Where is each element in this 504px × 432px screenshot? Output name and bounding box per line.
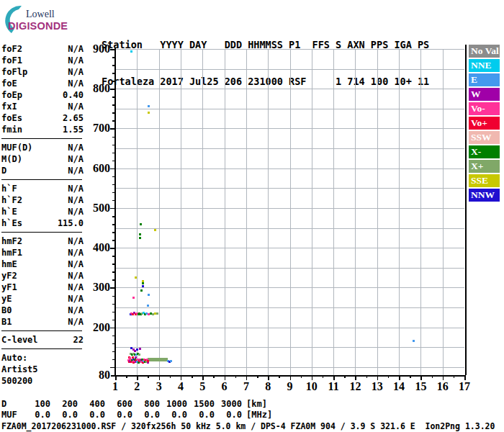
- y-axis-tick: [110, 49, 115, 50]
- x-axis-label: 11: [323, 380, 344, 393]
- parameter-row: foEs2.65: [1, 112, 84, 124]
- parameter-row: DN/A: [1, 165, 84, 176]
- x-axis-label: 6: [214, 380, 235, 393]
- ionogram-screen: { "logo": { "top": "Lowell", "bottom": "…: [0, 0, 504, 432]
- logo-digisonde-text: DIGISONDE: [8, 20, 68, 32]
- y-axis-label: 500: [81, 202, 110, 215]
- gridline-vertical: [225, 49, 225, 375]
- echo-point: [154, 229, 156, 231]
- muf-value: 0.0: [78, 410, 105, 420]
- echo-direction-legend: No ValNNEEWVo-Vo+SSWX-X+SSENNW: [469, 45, 500, 203]
- muf-value: 0.0: [132, 410, 160, 420]
- distance-value: 600: [105, 399, 132, 410]
- distance-value: 1000: [160, 399, 187, 410]
- parameter-label: h`Es: [1, 217, 22, 229]
- y-axis-tick: [110, 168, 115, 170]
- x-axis-tick: [333, 375, 335, 380]
- y-axis-label: 200: [81, 321, 110, 334]
- echo-point: [136, 348, 138, 351]
- echo-point: [135, 356, 137, 359]
- y-axis-minor-tick: [112, 153, 115, 154]
- gridline-vertical: [202, 49, 203, 375]
- echo-point: [140, 223, 142, 225]
- parameter-label: hmF2: [1, 235, 22, 247]
- y-axis-tick: [110, 128, 115, 130]
- y-axis-minor-tick: [112, 296, 115, 297]
- echo-point: [142, 285, 144, 287]
- y-axis-minor-tick: [112, 65, 115, 66]
- x-axis-tick: [246, 375, 248, 380]
- sidebar-footer: Auto:Artist5500200: [1, 352, 84, 387]
- x-axis-tick: [268, 375, 269, 380]
- parameter-row: foF1N/A: [1, 55, 84, 66]
- y-axis-minor-tick: [112, 57, 115, 58]
- parameter-label: foFlp: [1, 66, 27, 78]
- distance-unit: [km]: [246, 399, 267, 410]
- echo-point: [140, 289, 143, 292]
- muf-value: 0.0: [215, 410, 242, 420]
- y-axis-minor-tick: [112, 312, 115, 313]
- y-axis-minor-tick: [112, 145, 115, 146]
- distance-value: 400: [78, 399, 105, 410]
- x-axis-minor-tick: [388, 375, 390, 378]
- echo-point: [148, 112, 150, 114]
- x-axis-tick: [137, 375, 138, 380]
- y-axis-minor-tick: [112, 137, 115, 138]
- parameter-row: yEN/A: [1, 293, 84, 305]
- y-axis-minor-tick: [112, 112, 115, 114]
- parameter-row: h`F2N/A: [1, 194, 84, 206]
- y-axis-minor-tick: [112, 216, 115, 217]
- echo-point: [130, 50, 132, 53]
- x-axis-minor-tick: [257, 375, 258, 378]
- x-axis-label: 13: [366, 380, 388, 393]
- legend-item-vo+: Vo+: [469, 117, 500, 130]
- parameter-label: yF1: [1, 282, 17, 293]
- x-axis-tick: [202, 375, 204, 380]
- legend-item-nne: NNE: [469, 59, 500, 72]
- parameter-row: foEp0.40: [1, 89, 84, 101]
- parameter-label: MUF(D): [1, 142, 32, 153]
- x-axis-label: 12: [344, 380, 366, 393]
- gridline-vertical: [377, 49, 378, 375]
- gridline-vertical: [137, 49, 138, 375]
- muf-row: MUF0.00.00.00.00.00.00.00.0[MHz]: [1, 410, 272, 420]
- x-axis-tick: [355, 375, 356, 380]
- echo-point: [135, 276, 137, 279]
- gridline-vertical: [312, 49, 312, 375]
- x-axis-minor-tick: [126, 375, 127, 378]
- x-axis-minor-tick: [366, 375, 368, 378]
- legend-item-w: W: [469, 88, 500, 101]
- parameter-label: foEs: [1, 112, 22, 124]
- legend-item-ssw: SSW: [469, 131, 500, 144]
- parameter-value: N/A: [68, 305, 84, 316]
- parameter-label: foF2: [1, 43, 22, 55]
- parameter-value: N/A: [68, 293, 84, 305]
- echo-point: [139, 237, 141, 239]
- y-axis-minor-tick: [112, 161, 115, 162]
- x-axis-minor-tick: [323, 375, 324, 378]
- x-axis-tick: [115, 375, 117, 380]
- parameter-label: hmF1: [1, 247, 22, 258]
- parameter-row: h`Es115.0: [1, 217, 84, 229]
- parameter-label: yF2: [1, 270, 17, 282]
- y-axis-tick: [110, 89, 115, 90]
- y-axis-minor-tick: [112, 375, 115, 377]
- y-axis-minor-tick: [112, 81, 115, 82]
- y-axis-minor-tick: [112, 176, 115, 178]
- parameter-value: 1.55: [63, 124, 84, 135]
- parameter-value: N/A: [68, 270, 84, 282]
- lowell-digisonde-logo: Lowell DIGISONDE: [3, 4, 96, 36]
- parameter-label: fxI: [1, 101, 17, 112]
- sidebar-divider: [1, 348, 82, 349]
- gridline-vertical: [399, 49, 400, 375]
- x-axis-minor-tick: [213, 375, 215, 378]
- y-axis-minor-tick: [112, 192, 115, 194]
- echo-point: [413, 340, 415, 342]
- parameter-value: 22: [73, 334, 84, 346]
- parameter-row: M(D)N/A: [1, 153, 84, 165]
- y-axis-minor-tick: [112, 359, 115, 361]
- y-axis-minor-tick: [112, 320, 115, 321]
- distance-value: 1500: [187, 399, 215, 410]
- distance-value: 100: [23, 399, 50, 410]
- y-axis-minor-tick: [112, 279, 115, 281]
